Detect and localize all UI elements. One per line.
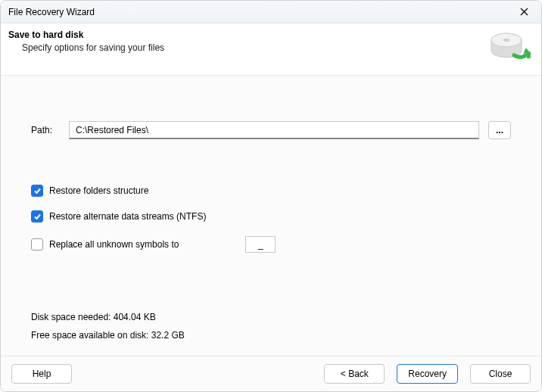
restore-folders-checkbox[interactable]: [31, 185, 43, 197]
disk-needed: Disk space needed: 404.04 KB: [31, 312, 511, 322]
harddisk-save-icon: [488, 30, 531, 64]
close-button[interactable]: Close: [470, 364, 531, 384]
disk-free: Free space available on disk: 32.2 GB: [31, 330, 511, 341]
restore-folders-label: Restore folders structure: [49, 185, 148, 196]
restore-folders-row: Restore folders structure: [31, 185, 511, 197]
path-input[interactable]: [69, 121, 479, 139]
wizard-footer: Help < Back Recovery Close: [1, 356, 541, 391]
svg-point-2: [503, 39, 509, 42]
recovery-button[interactable]: Recovery: [397, 364, 458, 384]
path-row: Path: ...: [31, 121, 511, 139]
replace-symbols-label: Replace all unknown symbols to: [49, 239, 179, 250]
close-icon: [520, 8, 528, 16]
path-label: Path:: [31, 125, 60, 135]
help-button[interactable]: Help: [11, 364, 72, 384]
titlebar: File Recovery Wizard: [1, 1, 541, 23]
header-title: Save to hard disk: [8, 30, 488, 40]
restore-ads-row: Restore alternate data streams (NTFS): [31, 210, 511, 222]
restore-ads-checkbox[interactable]: [31, 210, 43, 222]
window-title: File Recovery Wizard: [8, 7, 512, 17]
disk-info: Disk space needed: 404.04 KB Free space …: [31, 312, 511, 341]
header-subtitle: Specify options for saving your files: [8, 42, 488, 53]
replace-symbols-checkbox[interactable]: [31, 238, 43, 250]
replace-symbols-input[interactable]: [245, 236, 276, 253]
wizard-header: Save to hard disk Specify options for sa…: [1, 23, 541, 76]
wizard-window: File Recovery Wizard Save to hard disk S…: [0, 0, 542, 392]
wizard-body: Path: ... Restore folders structure Rest…: [1, 76, 541, 356]
back-button[interactable]: < Back: [324, 364, 385, 384]
replace-symbols-row: Replace all unknown symbols to: [31, 236, 511, 253]
window-close-button[interactable]: [512, 4, 535, 20]
browse-button[interactable]: ...: [488, 121, 511, 139]
options-group: Restore folders structure Restore altern…: [31, 185, 511, 253]
restore-ads-label: Restore alternate data streams (NTFS): [49, 211, 206, 222]
